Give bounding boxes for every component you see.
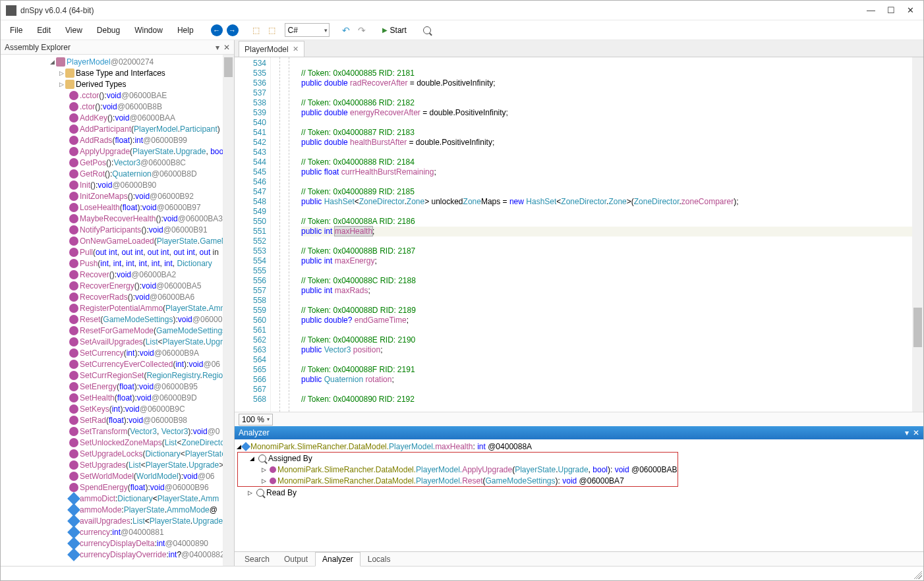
tree-node[interactable]: ammoMode : PlayerState.AmmoMode @ bbox=[1, 504, 234, 515]
tree-node[interactable]: ▷Derived Types bbox=[1, 78, 234, 90]
outline-guide-2 bbox=[280, 57, 289, 412]
tree-node[interactable]: SetKeys(int) : void @06000B9C bbox=[1, 403, 234, 414]
tree-node[interactable]: SetHealth(float) : void @06000B9D bbox=[1, 392, 234, 403]
tree-node[interactable]: .cctor() : void @06000BAE bbox=[1, 90, 234, 101]
tree-node[interactable]: SetTransform(Vector3, Vector3) : void @0 bbox=[1, 426, 234, 437]
tree-node[interactable]: Init() : void @06000B90 bbox=[1, 179, 234, 190]
tree-node[interactable]: Recover() : void @06000BA2 bbox=[1, 269, 234, 280]
analyzer-ref[interactable]: ▷ MonomiPark.SlimeRancher.DataModel.Play… bbox=[238, 475, 678, 486]
outline-guide-1 bbox=[271, 57, 280, 412]
tree-node[interactable]: ApplyUpgrade(PlayerState.Upgrade, bool bbox=[1, 146, 234, 157]
tree-node[interactable]: RecoverRads() : void @06000BA6 bbox=[1, 291, 234, 302]
tree-node[interactable]: RegisterPotentialAmmo(PlayerState.Amm bbox=[1, 302, 234, 314]
analyzer-ref[interactable]: ▷ MonomiPark.SlimeRancher.DataModel.Play… bbox=[238, 464, 678, 475]
tree-node[interactable]: MaybeRecoverHealth() : void @06000BA3 bbox=[1, 213, 234, 224]
zoom-bar: 100 %▾ bbox=[235, 412, 923, 426]
menu-window[interactable]: Window bbox=[128, 23, 169, 38]
tree-node[interactable]: availUpgrades : List<PlayerState.Upgrade bbox=[1, 515, 234, 526]
tree-node[interactable]: OnNewGameLoaded(PlayerState.GameM bbox=[1, 235, 234, 246]
start-button[interactable]: ▶Start bbox=[378, 26, 411, 35]
tree-node[interactable]: Reset(GameModeSettings) : void @06000 bbox=[1, 314, 234, 325]
tree-node[interactable]: GetPos() : Vector3 @06000B8C bbox=[1, 157, 234, 168]
tree-node[interactable]: GetRot() : Quaternion @06000B8D bbox=[1, 168, 234, 179]
maximize-button[interactable]: ☐ bbox=[887, 5, 895, 15]
main-area: Assembly Explorer ▾✕ ◢PlayerModel @02000… bbox=[1, 40, 923, 566]
minimize-button[interactable]: — bbox=[867, 5, 875, 15]
analyzer-dropdown-icon[interactable]: ▾ bbox=[905, 428, 909, 437]
tree-node[interactable]: SetUnlockedZoneMaps(List<ZoneDirectc bbox=[1, 437, 234, 448]
analyzer-body[interactable]: ◢ MonomiPark.SlimeRancher.DataModel.Play… bbox=[235, 439, 923, 551]
tree-node[interactable]: currency : int @04000881 bbox=[1, 526, 234, 538]
menu-edit[interactable]: Edit bbox=[30, 23, 57, 38]
line-number-gutter: 5345355365375385395405415425435445455465… bbox=[235, 57, 271, 412]
analyzer-root[interactable]: ◢ MonomiPark.SlimeRancher.DataModel.Play… bbox=[236, 441, 922, 452]
tree-node[interactable]: LoseHealth(float) : void @06000B97 bbox=[1, 202, 234, 213]
analyzer-read-by[interactable]: ▷ Read By bbox=[236, 487, 922, 498]
nav-back-button[interactable]: ← bbox=[210, 23, 224, 38]
menu-view[interactable]: View bbox=[59, 23, 89, 38]
tree-node[interactable]: AddRads(float) : int @06000B99 bbox=[1, 134, 234, 146]
menu-bar: File Edit View Debug Window Help ← → ⬚ ⬚… bbox=[1, 20, 923, 40]
tree-node[interactable]: NotifyParticipants() : void @06000B91 bbox=[1, 224, 234, 235]
tree-node[interactable]: Push(int, int, int, int, int, int, Dicti… bbox=[1, 258, 234, 269]
analyzer-close-icon[interactable]: ✕ bbox=[913, 428, 919, 437]
analyzer-header: Analyzer ▾✕ bbox=[235, 426, 923, 439]
tree-node[interactable]: .ctor() : void @06000B8B bbox=[1, 101, 234, 112]
toolbar-icon-2[interactable]: ⬚ bbox=[265, 23, 279, 38]
tree-node[interactable]: Pull(out int, out int, out int, out int,… bbox=[1, 246, 234, 258]
editor-scrollbar[interactable] bbox=[912, 57, 923, 412]
tree-node[interactable]: SetCurrRegionSet(RegionRegistry.Region bbox=[1, 370, 234, 381]
menu-debug[interactable]: Debug bbox=[90, 23, 127, 38]
assembly-explorer-panel: Assembly Explorer ▾✕ ◢PlayerModel @02000… bbox=[1, 40, 235, 566]
tree-scrollbar[interactable] bbox=[223, 55, 234, 566]
assembly-explorer-header: Assembly Explorer ▾✕ bbox=[1, 40, 234, 55]
assembly-explorer-title: Assembly Explorer bbox=[5, 43, 71, 52]
toolbar-icon-1[interactable]: ⬚ bbox=[249, 23, 264, 38]
zoom-selector[interactable]: 100 %▾ bbox=[239, 414, 273, 426]
assembly-tree[interactable]: ◢PlayerModel @02000274▷Base Type and Int… bbox=[1, 55, 234, 566]
tree-node[interactable]: currencyDisplayDelta : int @04000890 bbox=[1, 538, 234, 549]
close-button[interactable]: ✕ bbox=[907, 5, 914, 15]
resize-grip-icon[interactable] bbox=[911, 568, 922, 579]
tree-node[interactable]: SetRad(float) : void @06000B98 bbox=[1, 414, 234, 426]
code-area[interactable]: // Token: 0x04000885 RID: 2181public dou… bbox=[289, 57, 923, 412]
panel-dropdown-icon[interactable]: ▾ bbox=[216, 43, 219, 52]
editor-tab-playermodel[interactable]: PlayerModel ✕ bbox=[239, 41, 304, 57]
nav-forward-button[interactable]: → bbox=[225, 23, 240, 38]
tree-node[interactable]: InitZoneMaps() : void @06000B92 bbox=[1, 190, 234, 202]
menu-file[interactable]: File bbox=[3, 23, 29, 38]
tree-node[interactable]: SetUpgrades(List<PlayerState.Upgrade>) bbox=[1, 459, 234, 470]
tree-node[interactable]: SetWorldModel(WorldModel) : void @06 bbox=[1, 470, 234, 482]
undo-button[interactable]: ↶ bbox=[339, 23, 353, 38]
bottom-tab-output[interactable]: Output bbox=[277, 552, 315, 567]
editor-tabs: PlayerModel ✕ bbox=[235, 40, 923, 57]
analyzer-assigned-by[interactable]: ◢ Assigned By bbox=[238, 453, 678, 464]
tab-close-icon[interactable]: ✕ bbox=[293, 45, 299, 53]
tree-node[interactable]: SetUpgradeLocks(Dictionary<PlayerState bbox=[1, 448, 234, 459]
right-pane: PlayerModel ✕ 53453553653753853954054154… bbox=[235, 40, 923, 566]
tree-node[interactable]: SetCurrency(int) : void @06000B9A bbox=[1, 347, 234, 358]
tree-node[interactable]: currencyDisplayOverride : int? @04000882 bbox=[1, 549, 234, 560]
tree-node[interactable]: ▷Base Type and Interfaces bbox=[1, 67, 234, 78]
tree-node[interactable]: SetCurrencyEverCollected(int) : void @06 bbox=[1, 358, 234, 370]
panel-close-icon[interactable]: ✕ bbox=[223, 43, 230, 52]
bottom-tab-search[interactable]: Search bbox=[237, 552, 277, 567]
tree-node[interactable]: SetEnergy(float) : void @06000B95 bbox=[1, 381, 234, 392]
search-button[interactable] bbox=[420, 23, 434, 38]
language-selector[interactable]: C#▾ bbox=[285, 23, 330, 37]
tree-node[interactable]: SetAvailUpgrades(List<PlayerState.Upgra bbox=[1, 336, 234, 347]
tree-node[interactable]: AddKey() : void @06000BAA bbox=[1, 112, 234, 123]
bottom-tabs: SearchOutputAnalyzerLocals bbox=[235, 551, 923, 566]
tree-node[interactable]: ◢PlayerModel @02000274 bbox=[1, 56, 234, 67]
bottom-tab-locals[interactable]: Locals bbox=[361, 552, 398, 567]
tree-node[interactable]: SpendEnergy(float) : void @06000B96 bbox=[1, 482, 234, 493]
bottom-tab-analyzer[interactable]: Analyzer bbox=[315, 552, 361, 567]
app-icon bbox=[6, 5, 16, 16]
code-editor[interactable]: 5345355365375385395405415425435445455465… bbox=[235, 57, 923, 412]
redo-button[interactable]: ↷ bbox=[355, 23, 369, 38]
tree-node[interactable]: RecoverEnergy() : void @06000BA5 bbox=[1, 280, 234, 291]
tree-node[interactable]: ResetForGameMode(GameModeSettings bbox=[1, 325, 234, 336]
tree-node[interactable]: ammoDict : Dictionary<PlayerState.Amm bbox=[1, 493, 234, 504]
menu-help[interactable]: Help bbox=[171, 23, 200, 38]
tree-node[interactable]: AddParticipant(PlayerModel.Participant) bbox=[1, 123, 234, 134]
